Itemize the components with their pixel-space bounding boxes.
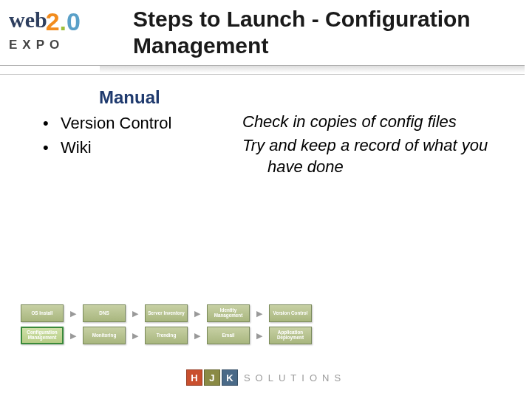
bullet-text: Wiki [61,135,92,160]
flow-box: Application Deployment [269,327,312,344]
bullet-text: Version Control [61,111,171,135]
arrow-right-icon: ▶ [255,304,264,322]
note-text: Check in copies of config files [242,111,517,133]
arrow-right-icon: ▶ [193,304,202,322]
logo-solutions-text: SOLUTIONS [244,372,346,383]
bullet-item: •Version Control [43,111,242,135]
note-text: Try and keep a record of what you have d… [242,134,517,178]
hjk-solutions-logo: H J K SOLUTIONS [186,369,346,386]
logo-k: K [222,369,238,386]
subheading: Manual [99,87,517,108]
flow-box: Server Inventory [145,304,188,322]
arrow-right-icon: ▶ [131,304,140,322]
flow-box: Identity Management [207,304,250,322]
logo-2: 2 [46,7,60,35]
right-column: Check in copies of config files Try and … [242,111,517,180]
footer: H J K SOLUTIONS [0,369,532,386]
arrow-right-icon: ▶ [131,327,140,344]
flow-box: OS Install [21,304,64,322]
header: web2.0 EXPO Steps to Launch - Configurat… [0,0,532,83]
flow-box: DNS [83,304,126,322]
flow-box: Email [207,327,250,344]
flow-box: Configuration Management [21,327,64,344]
arrow-right-icon: ▶ [193,327,202,344]
logo-0: 0 [66,7,81,35]
left-column: •Version Control •Wiki [43,111,242,180]
arrow-right-icon: ▶ [69,327,78,344]
logo-expo-text: EXPO [9,38,81,52]
logo-j: J [204,369,220,386]
arrow-right-icon: ▶ [69,304,78,322]
bullet-item: •Wiki [43,135,242,160]
content-area: Manual •Version Control •Wiki Check in c… [43,87,517,180]
logo-web-text: web [9,7,47,33]
logo-dot: . [60,7,66,35]
workflow-diagram: OS Install▶DNS▶Server Inventory▶Identity… [21,304,324,344]
logo-h: H [186,369,202,386]
web20expo-logo: web2.0 EXPO [9,7,81,52]
flow-box: Version Control [269,304,312,322]
arrow-right-icon: ▶ [255,327,264,344]
flow-box: Trending [145,327,188,344]
flow-box: Monitoring [83,327,126,344]
header-rule [0,65,532,81]
slide-title: Steps to Launch - Configuration Manageme… [133,6,525,59]
